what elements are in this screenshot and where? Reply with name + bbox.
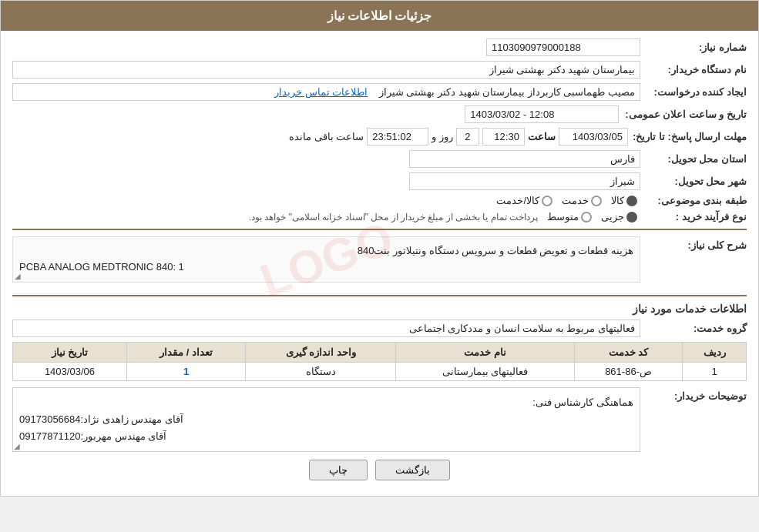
- buyer-notes-line2: آقای مهندس زاهدی نژاد:09173056684: [19, 411, 633, 428]
- purchase-type-note: پرداخت تمام یا بخشی از مبلغ خریدار از مح…: [249, 212, 538, 223]
- province-label: استان محل تحویل:: [646, 153, 747, 165]
- deadline-date-group: 1403/03/05 ساعت 12:30 2 روز و 23:51:02 س…: [289, 128, 628, 146]
- category-radio-group: کالا خدمت کالا/خدمت: [496, 195, 637, 206]
- services-section-title: اطلاعات خدمات مورد نیاز: [12, 303, 747, 315]
- radio-partial-label: جزیی: [601, 211, 624, 223]
- requester-contact-link[interactable]: اطلاعات تماس خریدار: [274, 86, 368, 98]
- radio-both-label: کالا/خدمت: [496, 195, 539, 206]
- page-header: جزئیات اطلاعات نیاز: [1, 1, 758, 31]
- category-option-both[interactable]: کالا/خدمت: [496, 195, 552, 206]
- requester-text: مصیب طهماسبی کاربرداز بیمارستان شهید دکت…: [379, 86, 635, 98]
- service-group-label: گروه خدمت:: [646, 323, 747, 334]
- remaining-label: ساعت باقی مانده: [289, 131, 364, 142]
- cell-unit: دستگاه: [246, 363, 396, 381]
- purchase-option-partial[interactable]: جزیی: [601, 211, 637, 223]
- city-row: شهر محل تحویل: شیراز: [12, 172, 747, 190]
- purchase-type-row: نوع فرآیند خرید : جزیی متوسط پرداخت تمام…: [12, 211, 747, 223]
- purchase-type-label: نوع فرآیند خرید :: [646, 211, 747, 223]
- deadline-label: مهلت ارسال پاسخ: تا تاریخ:: [633, 131, 747, 142]
- time-label: ساعت: [528, 131, 556, 142]
- radio-goods-label: کالا: [611, 195, 624, 206]
- province-row: استان محل تحویل: فارس: [12, 150, 747, 168]
- cell-count: 1: [126, 363, 246, 381]
- deadline-days: 2: [456, 128, 479, 146]
- table-header: ردیف کد خدمت نام خدمت واحد اندازه گیری ت…: [13, 343, 747, 363]
- col-count: تعداد / مقدار: [126, 343, 246, 363]
- buyer-org-label: نام دستگاه خریدار:: [646, 64, 747, 75]
- city-label: شهر محل تحویل:: [646, 176, 747, 187]
- resize-handle-icon: ◢: [15, 272, 21, 280]
- radio-service-icon: [591, 196, 602, 206]
- purchase-option-medium[interactable]: متوسط: [547, 211, 592, 223]
- buyer-org-value: بیمارستان شهید دکتر بهشتی شیراز: [12, 61, 640, 79]
- col-name: نام خدمت: [396, 343, 575, 363]
- table-header-row: ردیف کد خدمت نام خدمت واحد اندازه گیری ت…: [13, 343, 747, 363]
- buyer-notes-box: هماهنگی کارشناس فنی: آقای مهندس زاهدی نژ…: [12, 387, 640, 452]
- buyer-notes-label: توضیحات خریدار:: [646, 387, 747, 402]
- category-option-service[interactable]: خدمت: [562, 195, 602, 206]
- radio-medium-icon: [581, 212, 592, 223]
- purchase-type-radio-group: جزیی متوسط پرداخت تمام یا بخشی از مبلغ خ…: [249, 211, 637, 223]
- requester-row: ایجاد کننده درخواست: مصیب طهماسبی کاربرد…: [12, 83, 747, 101]
- deadline-time: 12:30: [482, 128, 525, 146]
- buttons-row: بازگشت چاپ: [12, 460, 747, 480]
- buyer-notes-line3: آقای مهندس مهربور:09177871120: [19, 428, 633, 445]
- city-value: شیراز: [409, 172, 640, 190]
- category-row: طبقه بندی موضوعی: کالا خدمت کالا/خدمت: [12, 195, 747, 206]
- announce-date-row: تاریخ و ساعت اعلان عمومی: 1403/03/02 - 1…: [12, 105, 747, 123]
- service-group-value: فعالیتهای مربوط به سلامت انسان و مددکاری…: [12, 320, 640, 337]
- radio-partial-icon: [626, 212, 637, 223]
- col-row: ردیف: [683, 343, 747, 363]
- need-desc-line2: PCBA ANALOG MEDTRONIC 840: 1: [19, 259, 633, 276]
- back-button[interactable]: بازگشت: [375, 460, 450, 480]
- announce-date-label: تاریخ و ساعت اعلان عمومی:: [625, 109, 747, 120]
- need-number-label: شماره نیاز:: [646, 42, 747, 53]
- cell-date: 1403/03/06: [13, 363, 127, 381]
- need-desc-content: هزینه قطعات و تعویض قطعات و سرویس دستگاه…: [19, 243, 633, 276]
- need-number-row: شماره نیاز: 1103090979000188: [12, 38, 747, 56]
- cell-name: فعالیتهای بیمارستانی: [396, 363, 575, 381]
- col-unit: واحد اندازه گیری: [246, 343, 396, 363]
- requester-value: مصیب طهماسبی کاربرداز بیمارستان شهید دکت…: [12, 83, 640, 101]
- need-number-value: 1103090979000188: [486, 38, 640, 56]
- table-row: 1 ص-86-861 فعالیتهای بیمارستانی دستگاه 1…: [13, 363, 747, 381]
- buyer-notes-row: توضیحات خریدار: هماهنگی کارشناس فنی: آقا…: [12, 387, 747, 452]
- buyer-org-row: نام دستگاه خریدار: بیمارستان شهید دکتر ب…: [12, 61, 747, 79]
- divider-2: [12, 295, 747, 296]
- services-table: ردیف کد خدمت نام خدمت واحد اندازه گیری ت…: [12, 342, 747, 381]
- divider-1: [12, 229, 747, 230]
- page-wrapper: جزئیات اطلاعات نیاز شماره نیاز: 11030909…: [0, 0, 759, 497]
- cell-row: 1: [683, 363, 747, 381]
- need-desc-row: شرح کلی نیاز: LOGO هزینه قطعات و تعویض ق…: [12, 236, 747, 289]
- need-desc-box: LOGO هزینه قطعات و تعویض قطعات و سرویس د…: [12, 236, 640, 283]
- days-label: روز و: [432, 131, 453, 142]
- deadline-row: مهلت ارسال پاسخ: تا تاریخ: 1403/03/05 سا…: [12, 128, 747, 146]
- col-date: تاریخ نیاز: [13, 343, 127, 363]
- col-code: کد خدمت: [574, 343, 682, 363]
- radio-both-icon: [542, 196, 552, 206]
- requester-label: ایجاد کننده درخواست:: [646, 86, 747, 98]
- print-button[interactable]: چاپ: [309, 460, 368, 480]
- need-desc-line1: هزینه قطعات و تعویض قطعات و سرویس دستگاه…: [19, 243, 633, 259]
- radio-goods-icon: [626, 196, 637, 206]
- resize-handle-2-icon: ◢: [14, 442, 20, 450]
- service-group-row: گروه خدمت: فعالیتهای مربوط به سلامت انسا…: [12, 320, 747, 337]
- buyer-notes-line1: هماهنگی کارشناس فنی:: [19, 394, 633, 411]
- page-title: جزئیات اطلاعات نیاز: [327, 9, 432, 22]
- deadline-date: 1403/03/05: [559, 128, 628, 146]
- main-content: شماره نیاز: 1103090979000188 نام دستگاه …: [1, 31, 758, 496]
- buyer-notes-wrapper: هماهنگی کارشناس فنی: آقای مهندس زاهدی نژ…: [12, 387, 640, 452]
- category-label: طبقه بندی موضوعی:: [646, 195, 747, 206]
- category-option-goods[interactable]: کالا: [611, 195, 637, 206]
- radio-medium-label: متوسط: [547, 211, 579, 223]
- need-desc-label: شرح کلی نیاز:: [646, 236, 747, 251]
- cell-code: ص-86-861: [574, 363, 682, 381]
- radio-service-label: خدمت: [562, 195, 589, 206]
- countdown-value: 23:51:02: [367, 128, 428, 146]
- announce-date-value: 1403/03/02 - 12:08: [465, 105, 619, 123]
- table-body: 1 ص-86-861 فعالیتهای بیمارستانی دستگاه 1…: [13, 363, 747, 381]
- province-value: فارس: [409, 150, 640, 168]
